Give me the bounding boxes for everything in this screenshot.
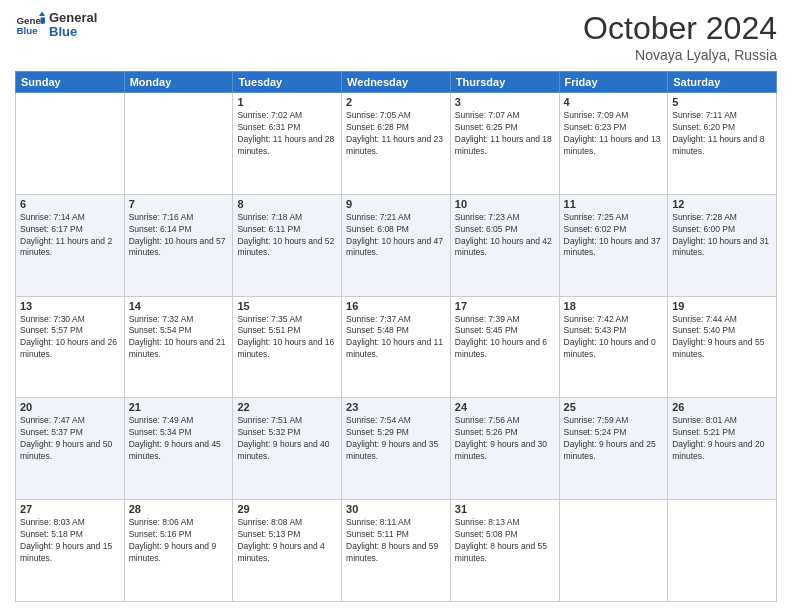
day-info: Sunrise: 7:59 AMSunset: 5:24 PMDaylight:… xyxy=(564,415,656,461)
svg-marker-2 xyxy=(39,12,45,17)
day-number: 28 xyxy=(129,503,229,515)
table-row: 6Sunrise: 7:14 AMSunset: 6:17 PMDaylight… xyxy=(16,194,125,296)
calendar-header-row: Sunday Monday Tuesday Wednesday Thursday… xyxy=(16,72,777,93)
day-number: 14 xyxy=(129,300,229,312)
day-number: 16 xyxy=(346,300,446,312)
day-info: Sunrise: 7:32 AMSunset: 5:54 PMDaylight:… xyxy=(129,314,226,360)
table-row xyxy=(124,93,233,195)
day-info: Sunrise: 8:03 AMSunset: 5:18 PMDaylight:… xyxy=(20,517,112,563)
day-info: Sunrise: 8:06 AMSunset: 5:16 PMDaylight:… xyxy=(129,517,216,563)
table-row xyxy=(16,93,125,195)
month-title: October 2024 xyxy=(583,10,777,47)
col-saturday: Saturday xyxy=(668,72,777,93)
table-row: 14Sunrise: 7:32 AMSunset: 5:54 PMDayligh… xyxy=(124,296,233,398)
day-number: 19 xyxy=(672,300,772,312)
day-info: Sunrise: 7:44 AMSunset: 5:40 PMDaylight:… xyxy=(672,314,764,360)
day-info: Sunrise: 7:56 AMSunset: 5:26 PMDaylight:… xyxy=(455,415,547,461)
day-info: Sunrise: 7:23 AMSunset: 6:05 PMDaylight:… xyxy=(455,212,552,258)
calendar-table: Sunday Monday Tuesday Wednesday Thursday… xyxy=(15,71,777,602)
table-row xyxy=(559,500,668,602)
day-info: Sunrise: 7:42 AMSunset: 5:43 PMDaylight:… xyxy=(564,314,656,360)
day-number: 18 xyxy=(564,300,664,312)
day-number: 22 xyxy=(237,401,337,413)
day-number: 8 xyxy=(237,198,337,210)
col-sunday: Sunday xyxy=(16,72,125,93)
day-info: Sunrise: 7:11 AMSunset: 6:20 PMDaylight:… xyxy=(672,110,764,156)
day-number: 13 xyxy=(20,300,120,312)
page-header: General Blue General Blue October 2024 N… xyxy=(15,10,777,63)
day-number: 29 xyxy=(237,503,337,515)
table-row: 16Sunrise: 7:37 AMSunset: 5:48 PMDayligh… xyxy=(342,296,451,398)
day-number: 2 xyxy=(346,96,446,108)
table-row: 3Sunrise: 7:07 AMSunset: 6:25 PMDaylight… xyxy=(450,93,559,195)
day-info: Sunrise: 7:28 AMSunset: 6:00 PMDaylight:… xyxy=(672,212,769,258)
day-info: Sunrise: 7:16 AMSunset: 6:14 PMDaylight:… xyxy=(129,212,226,258)
day-info: Sunrise: 7:39 AMSunset: 5:45 PMDaylight:… xyxy=(455,314,547,360)
col-friday: Friday xyxy=(559,72,668,93)
table-row: 11Sunrise: 7:25 AMSunset: 6:02 PMDayligh… xyxy=(559,194,668,296)
logo-general: General xyxy=(49,11,97,25)
table-row: 5Sunrise: 7:11 AMSunset: 6:20 PMDaylight… xyxy=(668,93,777,195)
day-number: 24 xyxy=(455,401,555,413)
day-info: Sunrise: 7:14 AMSunset: 6:17 PMDaylight:… xyxy=(20,212,112,258)
location: Novaya Lyalya, Russia xyxy=(583,47,777,63)
col-tuesday: Tuesday xyxy=(233,72,342,93)
table-row: 2Sunrise: 7:05 AMSunset: 6:28 PMDaylight… xyxy=(342,93,451,195)
logo-icon: General Blue xyxy=(15,10,45,40)
table-row: 30Sunrise: 8:11 AMSunset: 5:11 PMDayligh… xyxy=(342,500,451,602)
day-number: 5 xyxy=(672,96,772,108)
col-wednesday: Wednesday xyxy=(342,72,451,93)
day-info: Sunrise: 7:30 AMSunset: 5:57 PMDaylight:… xyxy=(20,314,117,360)
day-number: 20 xyxy=(20,401,120,413)
col-monday: Monday xyxy=(124,72,233,93)
day-info: Sunrise: 7:51 AMSunset: 5:32 PMDaylight:… xyxy=(237,415,329,461)
day-info: Sunrise: 7:47 AMSunset: 5:37 PMDaylight:… xyxy=(20,415,112,461)
table-row: 13Sunrise: 7:30 AMSunset: 5:57 PMDayligh… xyxy=(16,296,125,398)
table-row: 31Sunrise: 8:13 AMSunset: 5:08 PMDayligh… xyxy=(450,500,559,602)
table-row: 21Sunrise: 7:49 AMSunset: 5:34 PMDayligh… xyxy=(124,398,233,500)
table-row: 24Sunrise: 7:56 AMSunset: 5:26 PMDayligh… xyxy=(450,398,559,500)
day-info: Sunrise: 7:05 AMSunset: 6:28 PMDaylight:… xyxy=(346,110,443,156)
day-info: Sunrise: 7:25 AMSunset: 6:02 PMDaylight:… xyxy=(564,212,661,258)
title-block: October 2024 Novaya Lyalya, Russia xyxy=(583,10,777,63)
day-info: Sunrise: 7:37 AMSunset: 5:48 PMDaylight:… xyxy=(346,314,443,360)
day-info: Sunrise: 8:13 AMSunset: 5:08 PMDaylight:… xyxy=(455,517,547,563)
day-number: 7 xyxy=(129,198,229,210)
day-info: Sunrise: 7:54 AMSunset: 5:29 PMDaylight:… xyxy=(346,415,438,461)
day-info: Sunrise: 8:08 AMSunset: 5:13 PMDaylight:… xyxy=(237,517,324,563)
day-number: 4 xyxy=(564,96,664,108)
day-number: 21 xyxy=(129,401,229,413)
logo-blue: Blue xyxy=(49,25,97,39)
table-row: 22Sunrise: 7:51 AMSunset: 5:32 PMDayligh… xyxy=(233,398,342,500)
table-row: 4Sunrise: 7:09 AMSunset: 6:23 PMDaylight… xyxy=(559,93,668,195)
day-number: 3 xyxy=(455,96,555,108)
day-number: 1 xyxy=(237,96,337,108)
day-number: 15 xyxy=(237,300,337,312)
table-row: 18Sunrise: 7:42 AMSunset: 5:43 PMDayligh… xyxy=(559,296,668,398)
table-row: 23Sunrise: 7:54 AMSunset: 5:29 PMDayligh… xyxy=(342,398,451,500)
day-number: 31 xyxy=(455,503,555,515)
table-row: 12Sunrise: 7:28 AMSunset: 6:00 PMDayligh… xyxy=(668,194,777,296)
day-number: 30 xyxy=(346,503,446,515)
svg-marker-3 xyxy=(41,18,46,24)
svg-text:Blue: Blue xyxy=(17,25,39,36)
day-info: Sunrise: 8:11 AMSunset: 5:11 PMDaylight:… xyxy=(346,517,438,563)
table-row: 9Sunrise: 7:21 AMSunset: 6:08 PMDaylight… xyxy=(342,194,451,296)
day-info: Sunrise: 7:18 AMSunset: 6:11 PMDaylight:… xyxy=(237,212,334,258)
day-info: Sunrise: 7:09 AMSunset: 6:23 PMDaylight:… xyxy=(564,110,661,156)
table-row: 10Sunrise: 7:23 AMSunset: 6:05 PMDayligh… xyxy=(450,194,559,296)
table-row xyxy=(668,500,777,602)
day-number: 27 xyxy=(20,503,120,515)
day-number: 6 xyxy=(20,198,120,210)
table-row: 1Sunrise: 7:02 AMSunset: 6:31 PMDaylight… xyxy=(233,93,342,195)
table-row: 15Sunrise: 7:35 AMSunset: 5:51 PMDayligh… xyxy=(233,296,342,398)
day-number: 25 xyxy=(564,401,664,413)
day-number: 10 xyxy=(455,198,555,210)
col-thursday: Thursday xyxy=(450,72,559,93)
day-number: 12 xyxy=(672,198,772,210)
day-info: Sunrise: 7:07 AMSunset: 6:25 PMDaylight:… xyxy=(455,110,552,156)
day-number: 9 xyxy=(346,198,446,210)
table-row: 26Sunrise: 8:01 AMSunset: 5:21 PMDayligh… xyxy=(668,398,777,500)
logo: General Blue General Blue xyxy=(15,10,97,40)
table-row: 17Sunrise: 7:39 AMSunset: 5:45 PMDayligh… xyxy=(450,296,559,398)
